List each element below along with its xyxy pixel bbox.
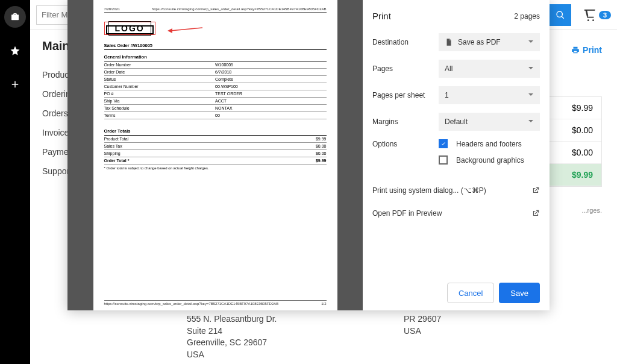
per-sheet-label: Pages per sheet [372, 91, 439, 99]
svg-marker-1 [168, 28, 172, 33]
system-dialog-text: Print using system dialog... (⌥⌘P) [372, 186, 486, 195]
preview-row: Terms00 [104, 112, 327, 119]
options-label: Options [372, 140, 439, 148]
margins-select[interactable]: Default [439, 113, 540, 131]
address-line: USA [187, 349, 277, 361]
open-pdf-text: Open PDF in Preview [372, 209, 442, 218]
preview-footer-url: https://consuite.cimstaging.com/erp_sale… [104, 302, 279, 306]
pages-value: All [445, 64, 453, 73]
destination-select[interactable]: Save as PDF [439, 33, 540, 51]
print-dialog-title: Print [372, 11, 391, 21]
caret-down-icon [528, 64, 534, 73]
preview-total-row: Sales Tax$0.00 [104, 143, 327, 150]
arrow-icon [168, 27, 204, 36]
preview-footer: https://consuite.cimstaging.com/erp_sale… [104, 300, 327, 306]
caret-down-icon [528, 38, 534, 46]
plus-icon[interactable] [4, 74, 26, 95]
briefcase-icon[interactable] [4, 6, 26, 28]
document-icon [445, 38, 453, 46]
margins-value: Default [445, 118, 468, 126]
preview-row: Order NumberW100005 [104, 61, 327, 69]
open-external-icon [531, 186, 540, 195]
address-block-2: PR 29607 USA [404, 313, 441, 337]
open-external-icon [531, 209, 540, 218]
logo-text: LOGO [108, 21, 151, 36]
headers-footers-label: Headers and footers [456, 140, 522, 148]
preview-section-title: Order Totals [104, 127, 327, 136]
preview-page: 7/28/2021 https://consuite.cimstaging.co… [93, 0, 337, 310]
open-pdf-preview-link[interactable]: Open PDF in Preview [372, 202, 540, 225]
page-count: 2 pages [514, 12, 540, 20]
preview-total-row: Shipping$0.00 [104, 150, 327, 157]
background-graphics-checkbox[interactable] [439, 155, 448, 165]
search-icon [556, 10, 565, 20]
background-graphics-label: Background graphics [456, 156, 524, 165]
preview-row: Customer Number00-WSP100 [104, 83, 327, 90]
preview-footer-pg: 1/2 [321, 302, 326, 306]
preview-url: https://consuite.cimstaging.com/erp_sale… [152, 7, 327, 11]
print-link[interactable]: Print [571, 45, 602, 55]
preview-row: Order Date6/7/2018 [104, 69, 327, 76]
print-settings-pane: Print 2 pages Destination Save as PDF Pa… [363, 0, 550, 310]
search-button[interactable] [550, 4, 571, 26]
app-rail [0, 0, 30, 364]
per-sheet-select[interactable]: 1 [439, 86, 540, 104]
address-line: Suite 214 [187, 325, 277, 337]
preview-total-row: Product Total$9.99 [104, 136, 327, 143]
address-line: 555 N. Pleasantburg Dr. [187, 313, 277, 325]
cart-icon [583, 8, 597, 22]
preview-header: 7/28/2021 https://consuite.cimstaging.co… [104, 7, 327, 13]
star-icon[interactable] [4, 40, 26, 61]
headers-footers-checkbox[interactable] [439, 139, 448, 148]
address-line: PR 29607 [404, 313, 441, 325]
print-dialog: 7/28/2021 https://consuite.cimstaging.co… [67, 0, 550, 310]
cancel-button[interactable]: Cancel [447, 283, 494, 303]
address-line: Greenville, SC 29607 [187, 337, 277, 349]
logo-wrap: LOGO [104, 22, 327, 35]
address-line: USA [404, 325, 441, 337]
printer-icon [571, 46, 580, 54]
per-sheet-value: 1 [445, 91, 449, 99]
logo-highlight: LOGO [104, 22, 155, 35]
print-preview-pane: 7/28/2021 https://consuite.cimstaging.co… [67, 0, 363, 310]
cart-count-badge: 3 [599, 11, 611, 19]
preview-section-title: General Information [104, 52, 327, 61]
margins-label: Margins [372, 118, 439, 126]
destination-label: Destination [372, 38, 439, 46]
preview-date: 7/28/2021 [104, 7, 121, 11]
preview-row: Ship ViaACCT [104, 98, 327, 105]
preview-total-row: Order Total *$9.99 [104, 157, 327, 165]
print-link-label: Print [583, 45, 602, 55]
pages-label: Pages [372, 64, 439, 73]
save-button[interactable]: Save [499, 283, 540, 303]
preview-row: PO #TEST ORDER [104, 90, 327, 98]
preview-section-title: Sales Order #W100005 [104, 41, 327, 50]
cart-button[interactable]: 3 [583, 8, 611, 22]
svg-line-0 [171, 28, 202, 31]
preview-footnote: * Order total is subject to change based… [104, 166, 327, 170]
system-dialog-link[interactable]: Print using system dialog... (⌥⌘P) [372, 179, 540, 202]
caret-down-icon [528, 118, 534, 126]
caret-down-icon [528, 91, 534, 99]
preview-row: Tax ScheduleNONTAX [104, 105, 327, 112]
preview-row: StatusComplete [104, 76, 327, 83]
address-block-1: 555 N. Pleasantburg Dr. Suite 214 Greenv… [187, 313, 277, 360]
pages-select[interactable]: All [439, 60, 540, 78]
destination-value: Save as PDF [458, 38, 501, 46]
